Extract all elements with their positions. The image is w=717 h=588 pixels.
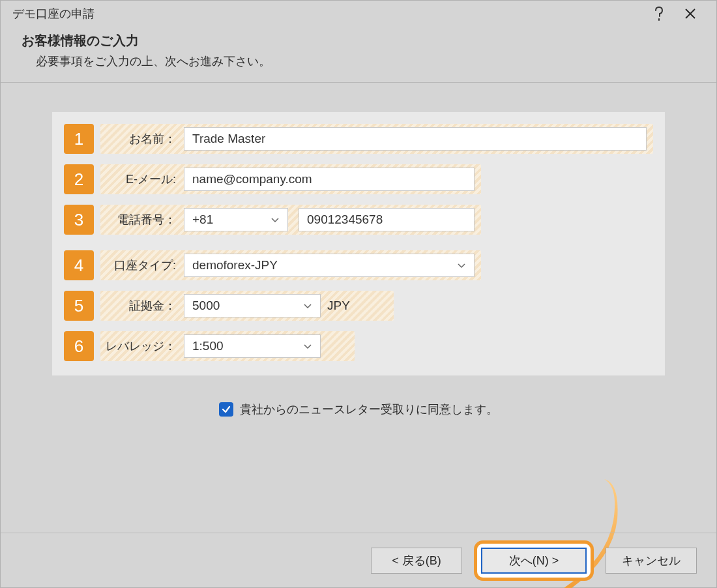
row-deposit: 5 証拠金： 5000 JPY: [64, 291, 653, 321]
cancel-button[interactable]: キャンセル: [606, 548, 697, 574]
form-panel: 1 お名前： Trade Master 2 E-メール: name@compan…: [52, 112, 665, 375]
row-email: 2 E-メール: name@company.com: [64, 164, 653, 194]
deposit-currency: JPY: [327, 299, 359, 313]
header-title: お客様情報のご入力: [22, 32, 716, 50]
step-badge-5: 5: [64, 291, 94, 321]
window-title: デモ口座の申請: [12, 6, 95, 22]
phone-number-input[interactable]: 09012345678: [299, 208, 475, 231]
back-button[interactable]: < 戻る(B): [371, 548, 462, 574]
titlebar: デモ口座の申請: [1, 1, 716, 27]
next-button[interactable]: 次へ(N) >: [481, 548, 587, 574]
consent-label: 貴社からのニュースレター受取りに同意します。: [240, 402, 498, 417]
account-type-value: demoforex-JPY: [192, 258, 278, 272]
row-name: 1 お名前： Trade Master: [64, 124, 653, 154]
leverage-value: 1:500: [192, 339, 224, 353]
chevron-down-icon: [457, 261, 466, 270]
dialog-body: 1 お名前： Trade Master 2 E-メール: name@compan…: [1, 83, 716, 533]
chevron-down-icon: [303, 301, 312, 310]
help-icon: [654, 7, 664, 21]
leverage-select[interactable]: 1:500: [184, 334, 321, 358]
step-badge-4: 4: [64, 250, 94, 280]
row-leverage: 6 レバレッジ： 1:500: [64, 331, 653, 361]
close-icon: [684, 8, 696, 20]
chevron-down-icon: [303, 342, 312, 351]
label-email: E-メール:: [100, 171, 179, 187]
label-phone: 電話番号：: [100, 212, 179, 228]
check-icon: [222, 405, 231, 414]
chevron-down-icon: [271, 215, 280, 224]
close-button[interactable]: [675, 1, 706, 27]
help-button[interactable]: [643, 1, 675, 27]
demo-account-dialog: デモ口座の申請 お客様情報のご入力 必要事項をご入力の上、次へお進み下さい。 1…: [0, 0, 717, 588]
consent-checkbox[interactable]: [219, 402, 233, 417]
deposit-value: 5000: [192, 299, 220, 313]
label-account-type: 口座タイプ:: [100, 257, 179, 273]
header-subtitle: 必要事項をご入力の上、次へお進み下さい。: [22, 53, 716, 69]
consent-row: 貴社からのニュースレター受取りに同意します。: [219, 402, 498, 417]
name-input[interactable]: Trade Master: [184, 127, 647, 151]
row-account-type: 4 口座タイプ: demoforex-JPY: [64, 250, 653, 280]
phone-cc-value: +81: [192, 213, 213, 227]
label-deposit: 証拠金：: [100, 298, 179, 314]
row-phone: 3 電話番号： +81 09012345678: [64, 205, 653, 235]
email-input[interactable]: name@company.com: [184, 168, 475, 191]
next-button-highlight: 次へ(N) >: [474, 540, 594, 581]
step-badge-3: 3: [64, 205, 94, 235]
footer: < 戻る(B) 次へ(N) > キャンセル: [1, 533, 716, 587]
deposit-select[interactable]: 5000: [184, 294, 321, 317]
step-badge-6: 6: [64, 331, 94, 361]
step-badge-2: 2: [64, 164, 94, 194]
header-block: お客様情報のご入力 必要事項をご入力の上、次へお進み下さい。: [1, 27, 716, 83]
phone-country-select[interactable]: +81: [184, 208, 288, 231]
label-name: お名前：: [100, 131, 179, 147]
step-badge-1: 1: [64, 124, 94, 154]
label-leverage: レバレッジ：: [100, 338, 179, 354]
account-type-select[interactable]: demoforex-JPY: [184, 254, 475, 277]
